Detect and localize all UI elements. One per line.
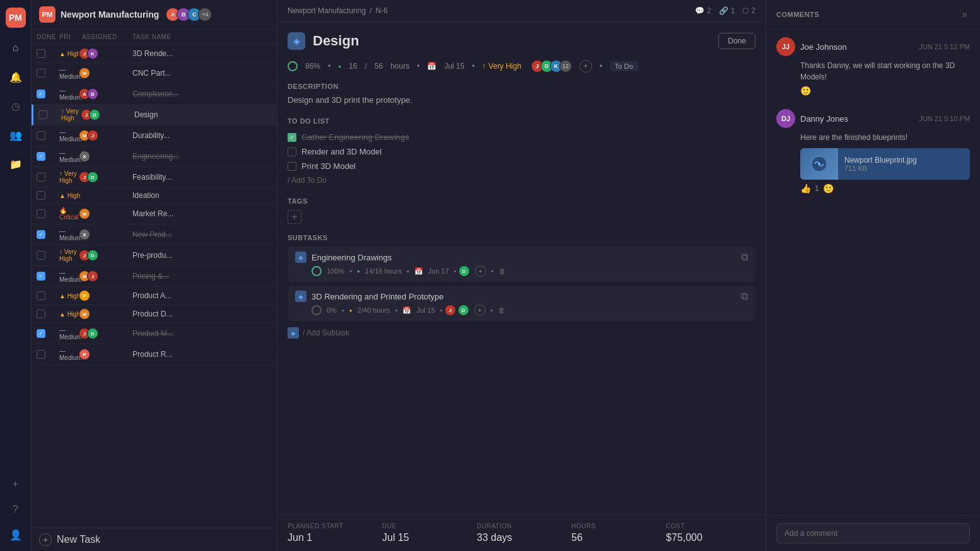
add-tag-button[interactable]: +	[288, 210, 301, 224]
sidebar-nav: PM ⌂ 🔔 ◷ 👥 📁 + ? 👤	[0, 0, 32, 551]
add-task-icon[interactable]: +	[39, 533, 52, 546]
row-checkbox[interactable]	[37, 350, 45, 359]
nav-home[interactable]: ⌂	[7, 39, 25, 57]
row-checkbox[interactable]	[37, 310, 45, 318]
table-row[interactable]: — Medium M J Durability...	[32, 125, 277, 146]
row-checkbox[interactable]	[37, 209, 45, 218]
nav-users[interactable]: 👥	[7, 126, 25, 144]
row-checkbox[interactable]	[37, 49, 45, 58]
new-task-label[interactable]: New Task	[57, 534, 100, 545]
table-row[interactable]: — Medium X Engineering...	[32, 146, 277, 167]
avatar: P	[79, 290, 90, 301]
row-checkbox[interactable]	[37, 173, 45, 182]
col-done: DONE	[37, 33, 59, 40]
delete-icon[interactable]: 🗑	[499, 267, 506, 275]
attachment-card[interactable]: Newport Blueprint.jpg 711 KB	[800, 148, 970, 180]
comment-input[interactable]	[776, 523, 970, 543]
table-row[interactable]: ↑ Very High J D Pre-produ...	[32, 245, 277, 266]
subtask-name: 3D Rendering and Printed Prototype	[312, 292, 736, 301]
add-subtask-button[interactable]: ◈ / Add Subtask	[288, 325, 755, 341]
nav-clock[interactable]: ◷	[7, 97, 25, 115]
nav-notifications[interactable]: 🔔	[7, 68, 25, 86]
subtask-add-assignee[interactable]: +	[474, 304, 486, 316]
table-row[interactable]: ↑ Very High J D Feasibility...	[32, 167, 277, 188]
add-assignee-button[interactable]: +	[580, 60, 592, 72]
table-row[interactable]: ↑ Very High J D Design	[32, 105, 277, 125]
avatar: M	[79, 208, 90, 219]
done-button[interactable]: Done	[718, 33, 755, 49]
row-checkbox[interactable]	[37, 131, 45, 140]
table-row[interactable]: ▲ High M Product D...	[32, 305, 277, 323]
table-row[interactable]: ▲ High J K 3D Rende...	[32, 45, 277, 63]
row-checkbox[interactable]	[37, 191, 45, 200]
meta-separator: •	[328, 62, 330, 71]
project-title: Newport Manufacturing	[61, 9, 159, 20]
table-row[interactable]: ▲ High P Product A...	[32, 287, 277, 305]
row-checkbox[interactable]	[37, 291, 45, 300]
expand-panel-button[interactable]: »	[959, 6, 970, 23]
table-row[interactable]: — Medium M J Pricing &...	[32, 266, 277, 287]
header-meta: 💬 2 🔗 1 ⬡ 2	[695, 6, 755, 15]
planned-start-label: PLANNED START	[288, 523, 377, 530]
row-checkbox[interactable]	[37, 251, 45, 260]
svg-point-1	[818, 163, 820, 165]
duration-value: 33 days	[477, 532, 566, 543]
subtasks-label: SUBTASKS	[288, 234, 755, 241]
comment-text: Thanks Danny, we will start working on t…	[776, 60, 970, 83]
table-row[interactable]: — Medium R Product R...	[32, 344, 277, 365]
subtask-open-button[interactable]: ⧉	[741, 252, 748, 263]
table-row[interactable]: — Medium A B Compliance...	[32, 84, 277, 105]
assigned-avatars: M	[82, 67, 132, 79]
delete-icon[interactable]: 🗑	[498, 306, 505, 314]
add-reaction-button[interactable]: 🙂	[823, 183, 834, 194]
task-name: Product M...	[132, 329, 183, 338]
nav-help[interactable]: ?	[7, 501, 25, 518]
add-todo-button[interactable]: / Add To Do	[288, 173, 755, 187]
task-name: Durability...	[132, 131, 183, 140]
new-task-row[interactable]: + New Task	[32, 528, 277, 551]
due-value: Jul 15	[382, 532, 472, 543]
comments-panel-header: COMMENTS »	[766, 0, 980, 30]
nav-user[interactable]: 👤	[7, 526, 25, 543]
row-checkbox[interactable]	[37, 272, 45, 281]
subtask-progress-ring	[312, 305, 322, 315]
subtask-hours-dot: ●	[357, 269, 360, 274]
subtask-name: Engineering Drawings	[312, 253, 736, 262]
avatar: D	[87, 250, 98, 261]
row-checkbox[interactable]	[37, 152, 45, 161]
comments-panel: COMMENTS » JJ Joe Johnson JUN 21 5:12 PM…	[766, 0, 980, 551]
nav-folder[interactable]: 📁	[7, 155, 25, 173]
attachment-thumbnail	[800, 148, 838, 180]
row-checkbox[interactable]	[37, 329, 45, 338]
assigned-avatars: J D	[84, 109, 134, 120]
footer-planned-start: PLANNED START Jun 1	[288, 523, 377, 543]
breadcrumb: Newport Manufacturing / N-6	[288, 6, 388, 15]
avatar-group: A B C +4	[169, 8, 212, 21]
add-reaction-button[interactable]: 🙂	[800, 86, 811, 96]
assigned-avatars: P	[82, 290, 132, 301]
task-panel-header: PM Newport Manufacturing A B C +4	[32, 0, 277, 30]
todo-checkbox[interactable]	[288, 148, 296, 156]
subtask-type-icon: ◈	[295, 291, 306, 302]
table-row[interactable]: ▲ High Ideation	[32, 188, 277, 204]
row-checkbox[interactable]	[37, 69, 45, 78]
comment-emoji-row: 🙂	[776, 85, 970, 96]
row-checkbox[interactable]	[37, 90, 45, 98]
subtask-open-button[interactable]: ⧉	[741, 291, 748, 302]
table-row[interactable]: — Medium M CNC Part...	[32, 63, 277, 84]
subtask-add-assignee[interactable]: +	[475, 265, 486, 277]
todo-checkbox[interactable]	[288, 162, 296, 171]
table-header: DONE PRI ASSIGNED TASK NAME	[32, 30, 277, 45]
nav-add[interactable]: +	[7, 475, 25, 493]
row-checkbox[interactable]	[38, 110, 47, 119]
hours-footer-label: HOURS	[571, 523, 661, 530]
todo-item: ✓ Gather Engineering Drawings	[288, 130, 755, 144]
subtask-due: Jun 17	[428, 267, 449, 275]
table-row[interactable]: — Medium X New Prod...	[32, 224, 277, 245]
subtask-assignee: D	[458, 304, 469, 316]
todo-checkbox-checked[interactable]: ✓	[288, 133, 296, 142]
table-row[interactable]: 🔥 Critical M Market Re...	[32, 204, 277, 224]
table-row[interactable]: — Medium J D Product M...	[32, 323, 277, 344]
row-checkbox[interactable]	[37, 230, 45, 239]
col-priority: PRI	[59, 33, 82, 40]
